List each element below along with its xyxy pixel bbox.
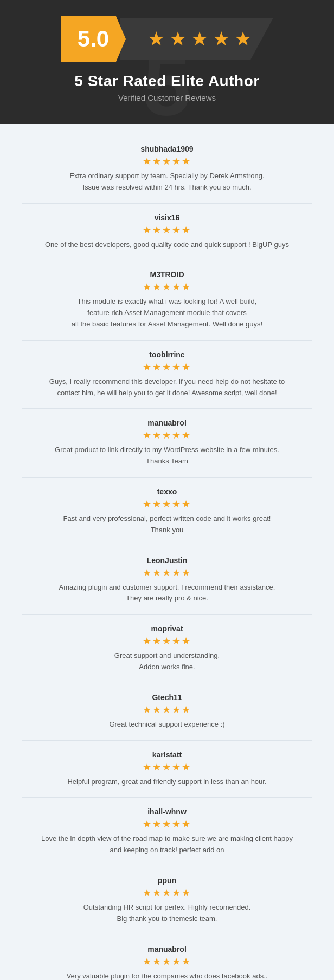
reviewer-name: manuabrol (27, 945, 307, 953)
hero-subtitle: Verified Customer Reviews (11, 93, 323, 102)
review-text: This module is exactly what i was lookin… (27, 296, 307, 330)
reviewer-name: moprivat (27, 624, 307, 633)
review-item: texxo ★★★★★ Fast and very professional, … (22, 478, 312, 546)
hero-stars-badge: ★ ★ ★ ★ ★ (120, 18, 273, 60)
review-item: manuabrol ★★★★★ Very valuable plugin for… (22, 935, 312, 980)
star-icon-2: ★ (169, 28, 187, 50)
review-stars: ★★★★★ (27, 761, 307, 773)
review-text: One of the best developers, good quality… (27, 239, 307, 251)
review-text: Love the in depth view of the road map t… (27, 833, 307, 856)
reviewer-name: tooblrrinc (27, 350, 307, 359)
reviewer-name: texxo (27, 487, 307, 496)
review-text: Fast and very professional, perfect writ… (27, 513, 307, 536)
review-item: ppun ★★★★★ Outstanding HR script for per… (22, 866, 312, 935)
review-text: Very valuable plugin for the companies w… (27, 971, 307, 980)
review-stars: ★★★★★ (27, 429, 307, 441)
reviewer-name: M3TROID (27, 270, 307, 279)
review-stars: ★★★★★ (27, 887, 307, 899)
page-wrapper: 5 5.0 ★ ★ ★ ★ ★ 5 Star Rated Elite Autho… (0, 0, 334, 980)
hero-title: 5 Star Rated Elite Author (11, 73, 323, 90)
reviewer-name: shubhada1909 (27, 145, 307, 153)
review-stars: ★★★★★ (27, 361, 307, 373)
review-item: Gtech11 ★★★★★ Great technical support ex… (22, 683, 312, 741)
review-text: Amazing plugin and customer support. I r… (27, 582, 307, 605)
review-stars: ★★★★★ (27, 567, 307, 579)
review-item: M3TROID ★★★★★ This module is exactly wha… (22, 260, 312, 340)
review-text: Guys, I really recommend this developer,… (27, 376, 307, 399)
review-item: moprivat ★★★★★ Great support and underst… (22, 615, 312, 683)
rating-badge-row: 5.0 ★ ★ ★ ★ ★ (11, 16, 323, 62)
reviewer-name: manuabrol (27, 419, 307, 427)
review-stars: ★★★★★ (27, 956, 307, 968)
review-item: shubhada1909 ★★★★★ Extra ordinary suppor… (22, 135, 312, 204)
review-stars: ★★★★★ (27, 704, 307, 716)
review-item: manuabrol ★★★★★ Great product to link di… (22, 409, 312, 478)
star-icon-3: ★ (191, 28, 208, 50)
reviewer-name: LeonJustin (27, 556, 307, 565)
rating-number: 5.0 (78, 26, 109, 52)
reviewer-name: karlstatt (27, 750, 307, 759)
review-stars: ★★★★★ (27, 155, 307, 167)
review-item: LeonJustin ★★★★★ Amazing plugin and cust… (22, 546, 312, 615)
reviews-section: shubhada1909 ★★★★★ Extra ordinary suppor… (0, 124, 334, 980)
review-text: Great support and understanding.Addon wo… (27, 650, 307, 673)
review-text: Great technical support experience :) (27, 719, 307, 730)
review-stars: ★★★★★ (27, 224, 307, 236)
hero-section: 5 5.0 ★ ★ ★ ★ ★ 5 Star Rated Elite Autho… (0, 0, 334, 124)
review-item: tooblrrinc ★★★★★ Guys, I really recommen… (22, 341, 312, 409)
star-icon-1: ★ (147, 28, 165, 50)
review-stars: ★★★★★ (27, 498, 307, 510)
review-text: Extra ordinary support by team. Speciall… (27, 171, 307, 193)
review-stars: ★★★★★ (27, 635, 307, 647)
review-text: Helpful program, great and friendly supp… (27, 776, 307, 788)
review-stars: ★★★★★ (27, 281, 307, 293)
star-icon-4: ★ (213, 28, 230, 50)
rating-number-badge: 5.0 (61, 16, 126, 62)
review-text: Great product to link directly to my Wor… (27, 445, 307, 467)
review-item: visix16 ★★★★★ One of the best developers… (22, 204, 312, 261)
review-text: Outstanding HR script for perfex. Highly… (27, 902, 307, 925)
reviewer-name: ppun (27, 876, 307, 885)
reviewer-name: visix16 (27, 213, 307, 222)
review-item: karlstatt ★★★★★ Helpful program, great a… (22, 741, 312, 798)
reviewer-name: Gtech11 (27, 693, 307, 702)
review-stars: ★★★★★ (27, 818, 307, 830)
star-icon-5: ★ (234, 28, 252, 50)
reviewer-name: ihall-whnw (27, 807, 307, 816)
review-item: ihall-whnw ★★★★★ Love the in depth view … (22, 798, 312, 866)
